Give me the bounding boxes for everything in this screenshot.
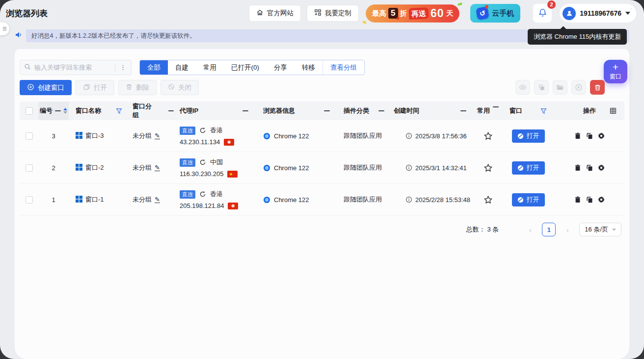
next-page-button[interactable]: ›	[563, 226, 572, 234]
col-group-label: 窗口分组	[133, 102, 157, 120]
close-button[interactable]: 关闭	[161, 80, 199, 95]
prev-page-button[interactable]: ‹	[525, 226, 535, 234]
col-actions-label: 操作	[583, 106, 596, 115]
tab-frequent[interactable]: 常用	[196, 60, 224, 75]
delete-button[interactable]: 删除	[118, 80, 157, 95]
notification-bell-button[interactable]: 2	[533, 4, 552, 23]
windows-logo-icon	[76, 164, 82, 172]
page-size-value: 16 条/页	[585, 225, 608, 234]
create-window-button[interactable]: 创建窗口	[20, 80, 72, 95]
row-copy-icon[interactable]	[586, 164, 593, 171]
column-handle-icon	[324, 110, 330, 111]
confetti-icon	[363, 21, 367, 24]
customize-icon	[314, 9, 322, 18]
preview-eye-button[interactable]	[515, 80, 530, 95]
promo-tian: 天	[446, 9, 454, 18]
row-delete-icon[interactable]	[574, 132, 581, 139]
filter-funnel-icon[interactable]	[116, 108, 122, 114]
official-site-button[interactable]: 官方网站	[249, 5, 301, 22]
search-more-icon[interactable]: ⋮	[119, 64, 127, 71]
browser-version: Chrome 122	[274, 196, 309, 204]
open-window-label: 打开	[527, 195, 539, 204]
bulk-icon-group	[515, 80, 605, 95]
row-copy-icon[interactable]	[586, 196, 593, 203]
update-tooltip: 浏览器 Chrome 115内核有更新	[528, 29, 627, 45]
row-settings-icon[interactable]	[598, 132, 605, 139]
new-window-fab[interactable]: + 窗口	[604, 60, 627, 83]
copy-button[interactable]	[534, 80, 549, 95]
chevron-down-icon	[625, 12, 630, 15]
open-window-button[interactable]: 打开	[512, 161, 545, 175]
windows-logo-icon	[76, 132, 82, 140]
table-row: 3 窗口-3 未分组 ✎ 直连 香港	[20, 120, 624, 152]
current-page-button[interactable]: 1	[542, 223, 556, 236]
promo-zhe: 折	[400, 9, 407, 18]
tab-view-groups[interactable]: 查看分组	[322, 60, 364, 75]
row-settings-icon[interactable]	[598, 196, 605, 203]
search-box[interactable]: ⋮	[20, 60, 132, 75]
window-name[interactable]: 窗口-1	[85, 195, 104, 204]
column-handle-icon	[242, 110, 248, 111]
cloud-phone-button[interactable]: ↺ 云手机	[470, 4, 520, 23]
cancel-circle-button[interactable]	[571, 80, 586, 95]
filter-funnel-icon[interactable]	[540, 108, 547, 114]
row-checkbox[interactable]	[26, 132, 33, 140]
column-handle-icon	[378, 110, 384, 111]
open-label: 打开	[94, 83, 107, 92]
account-name: 19118967676	[580, 9, 621, 17]
sort-icon[interactable]	[63, 108, 67, 114]
cloud-phone-label: 云手机	[492, 9, 514, 18]
tab-transfer[interactable]: 转移	[295, 60, 322, 75]
top-bar: 浏览器列表 官方网站 我要定制 最高 5 折 再送 60 天 ↺ 云手机 2	[0, 0, 644, 26]
confetti-icon	[458, 2, 462, 6]
row-checkbox[interactable]	[26, 196, 33, 204]
bulk-delete-button[interactable]	[590, 80, 605, 95]
open-window-button[interactable]: 打开	[512, 193, 545, 206]
row-delete-icon[interactable]	[574, 196, 581, 203]
col-created-label: 创建时间	[394, 106, 419, 115]
fab-label: 窗口	[610, 73, 621, 81]
open-button[interactable]: 打开	[76, 80, 114, 95]
col-plugin-label: 插件分类	[344, 106, 369, 115]
proxy-region: 中国	[210, 158, 223, 167]
created-time: 2025/3/1 14:32:41	[415, 164, 467, 172]
folder-button[interactable]	[553, 80, 567, 95]
column-settings-grid-icon[interactable]	[610, 107, 617, 114]
edit-group-icon[interactable]: ✎	[155, 133, 160, 139]
edit-group-icon[interactable]: ✎	[155, 165, 160, 171]
tab-self-built[interactable]: 自建	[168, 60, 196, 75]
favorite-star-icon[interactable]	[483, 195, 493, 205]
column-handle-icon	[460, 110, 466, 111]
create-window-label: 创建窗口	[38, 83, 64, 92]
favorite-star-icon[interactable]	[483, 131, 493, 141]
refresh-ip-icon[interactable]	[199, 191, 206, 198]
proxy-ip: 43.230.11.134	[180, 138, 220, 146]
row-delete-icon[interactable]	[574, 164, 581, 171]
table-header-row: 编号 窗口名称 窗口分组 代理IP 浏览器信息	[20, 102, 624, 120]
account-menu[interactable]: 19118967676	[560, 4, 636, 23]
row-settings-icon[interactable]	[598, 164, 605, 171]
search-input[interactable]	[34, 64, 111, 71]
tab-opened[interactable]: 已打开(0)	[224, 60, 267, 75]
row-copy-icon[interactable]	[586, 132, 593, 139]
promo-prefix: 最高	[372, 9, 386, 18]
bell-icon	[538, 8, 547, 19]
refresh-ip-icon[interactable]	[199, 159, 206, 166]
window-name[interactable]: 窗口-3	[85, 131, 104, 140]
select-all-checkbox[interactable]	[26, 107, 33, 115]
menu-lines-icon: ☰	[2, 26, 7, 31]
customize-button[interactable]: 我要定制	[307, 5, 359, 22]
favorite-star-icon[interactable]	[483, 163, 493, 173]
tab-share[interactable]: 分享	[267, 60, 295, 75]
page-size-select[interactable]: 16 条/页	[579, 223, 621, 236]
table-footer: 总数： 3 条 ‹ 1 › 16 条/页	[20, 221, 624, 238]
open-window-button[interactable]: 打开	[512, 129, 545, 143]
column-handle-icon	[168, 110, 174, 111]
row-checkbox[interactable]	[26, 164, 33, 172]
refresh-ip-icon[interactable]	[199, 127, 206, 134]
tab-all[interactable]: 全部	[140, 60, 168, 75]
edit-group-icon[interactable]: ✎	[155, 197, 160, 203]
speaker-icon	[15, 31, 23, 41]
promo-banner[interactable]: 最高 5 折 再送 60 天	[366, 4, 459, 23]
window-name[interactable]: 窗口-2	[85, 163, 104, 172]
